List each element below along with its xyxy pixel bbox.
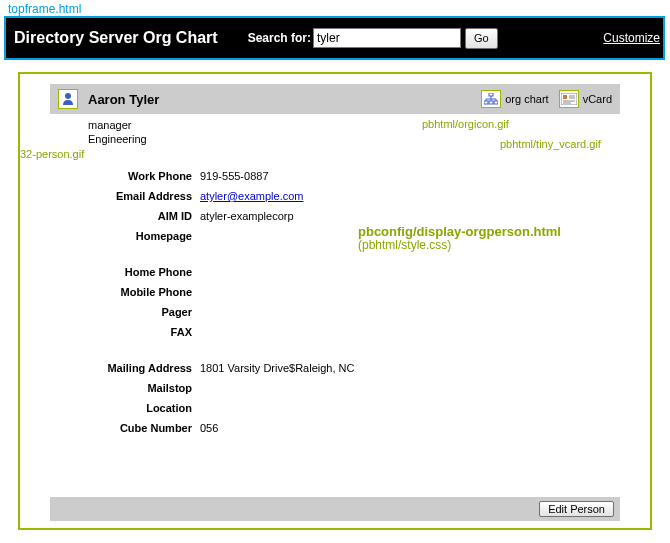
value-aim: atyler-examplecorp: [200, 210, 294, 222]
bottom-bar: Edit Person: [50, 497, 620, 521]
go-button[interactable]: Go: [465, 28, 498, 49]
value-email[interactable]: atyler@example.com: [200, 190, 303, 202]
orgchart-icon[interactable]: [481, 90, 501, 108]
person-title: manager: [88, 118, 620, 132]
value-workphone: 919-555-0887: [200, 170, 269, 182]
label-email: Email Address: [50, 190, 200, 202]
orgchart-link[interactable]: org chart: [505, 93, 548, 105]
customize-link[interactable]: Customize: [603, 31, 660, 45]
label-mobile: Mobile Phone: [50, 286, 200, 298]
person-subinfo: manager Engineering: [50, 118, 620, 146]
svg-rect-4: [494, 101, 498, 104]
annotation-topframe: topframe.html: [8, 2, 81, 16]
label-location: Location: [50, 402, 200, 414]
edit-person-button[interactable]: Edit Person: [539, 501, 614, 517]
vcard-link[interactable]: vCard: [583, 93, 612, 105]
label-homephone: Home Phone: [50, 266, 200, 278]
app-title: Directory Server Org Chart: [14, 29, 218, 47]
search-input[interactable]: [313, 28, 461, 48]
fields: Work Phone919-555-0887 Email Addressatyl…: [50, 166, 620, 438]
label-cube: Cube Number: [50, 422, 200, 434]
person-icon: [58, 89, 78, 109]
value-mailing: 1801 Varsity Drive$Raleigh, NC: [200, 362, 354, 374]
label-aim: AIM ID: [50, 210, 200, 222]
svg-rect-2: [484, 101, 488, 104]
svg-rect-3: [489, 101, 493, 104]
topbar: Directory Server Org Chart Search for: G…: [6, 18, 664, 58]
svg-point-0: [65, 93, 71, 99]
person-header: Aaron Tyler org chart: [50, 84, 620, 114]
value-cube: 056: [200, 422, 218, 434]
person-name: Aaron Tyler: [88, 92, 159, 107]
label-homepage: Homepage: [50, 230, 200, 242]
label-workphone: Work Phone: [50, 170, 200, 182]
label-fax: FAX: [50, 326, 200, 338]
vcard-icon[interactable]: [559, 90, 579, 108]
content-area: Aaron Tyler org chart: [20, 72, 650, 531]
svg-rect-11: [563, 95, 567, 99]
label-mailstop: Mailstop: [50, 382, 200, 394]
svg-rect-1: [489, 93, 493, 96]
label-pager: Pager: [50, 306, 200, 318]
label-mailing: Mailing Address: [50, 362, 200, 374]
search-label: Search for:: [248, 31, 311, 45]
person-dept: Engineering: [88, 132, 620, 146]
